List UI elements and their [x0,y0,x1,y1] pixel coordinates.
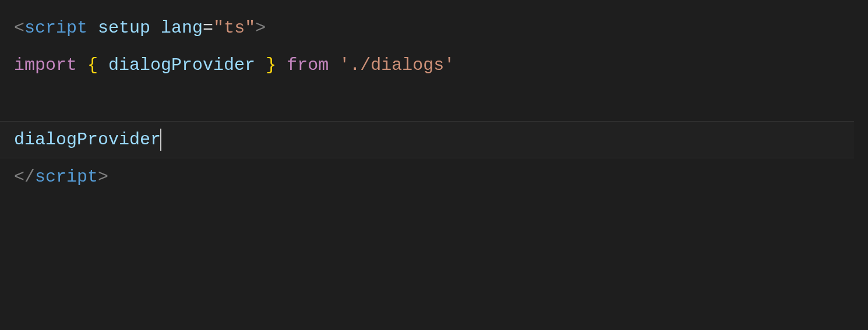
equals: = [203,16,213,40]
tag-name: script [35,165,98,189]
code-line-4-active[interactable]: dialogProvider [0,121,854,158]
code-line-3-empty[interactable] [14,84,868,121]
space [87,16,98,40]
keyword-from: from [287,54,329,77]
brace-open: { [87,54,98,77]
attr-lang: lang [161,16,203,40]
code-editor[interactable]: <script setup lang="ts"> import { dialog… [0,0,868,196]
code-line-5[interactable]: </script> [14,158,868,196]
space [276,54,287,77]
identifier: dialogProvider [14,128,161,152]
quote-open: " [213,16,224,40]
text-cursor [160,129,161,151]
space [150,16,161,40]
angle-close: > [255,16,266,40]
module-path: ./dialogs [350,54,444,77]
attr-value: ts [224,16,245,40]
space [77,54,87,77]
brace-close: } [266,54,276,77]
space [98,54,108,77]
attr-setup: setup [98,16,150,40]
quote-close: " [245,16,255,40]
import-identifier: dialogProvider [108,54,255,77]
space [255,54,266,77]
code-line-1[interactable]: <script setup lang="ts"> [14,9,868,47]
code-line-2[interactable]: import { dialogProvider } from './dialog… [14,47,868,84]
quote-open: ' [339,54,350,77]
keyword-import: import [14,54,77,77]
quote-close: ' [444,54,454,77]
space [329,54,339,77]
angle-open-slash: </ [14,165,35,189]
angle-close: > [98,165,108,189]
tag-name: script [24,16,87,40]
angle-open: < [14,16,24,40]
